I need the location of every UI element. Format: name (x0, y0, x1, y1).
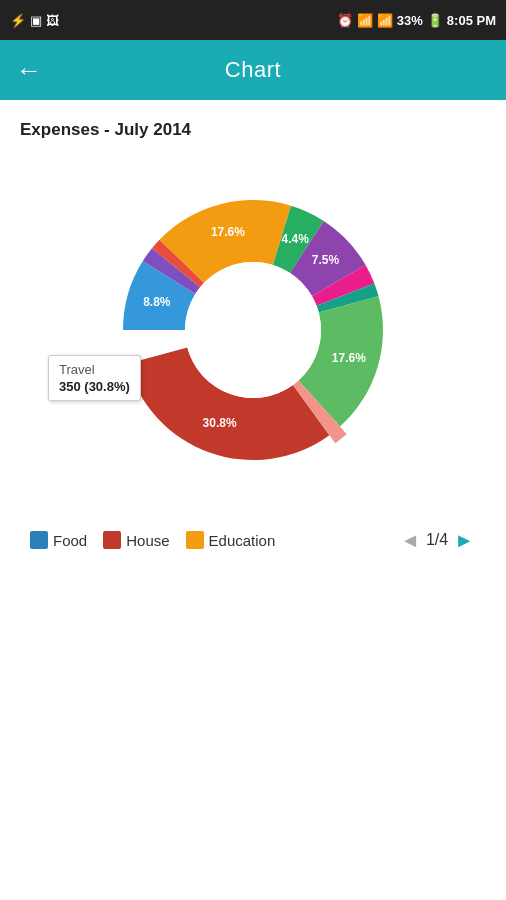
legend-item-label: Education (209, 532, 276, 549)
page-indicator: 1/4 (426, 531, 448, 549)
battery-percent: 33% (397, 13, 423, 28)
svg-point-0 (185, 262, 321, 398)
svg-text:17.6%: 17.6% (332, 351, 366, 365)
svg-text:17.6%: 17.6% (211, 225, 245, 239)
legend-item: Food (30, 531, 87, 549)
app-bar-title: Chart (225, 57, 281, 83)
chart-title: Expenses - July 2014 (20, 120, 486, 140)
prev-page-button[interactable]: ◄ (398, 530, 422, 550)
legend-color-box (30, 531, 48, 549)
app-bar: ← Chart (0, 40, 506, 100)
svg-text:8.8%: 8.8% (143, 295, 171, 309)
image-icon: 🖼 (46, 13, 59, 28)
next-page-button[interactable]: ► (452, 530, 476, 550)
legend-color-box (103, 531, 121, 549)
donut-chart: 30.8%8.8%17.6%4.4%7.5%17.6% (83, 160, 423, 500)
sim-icon: ▣ (30, 13, 42, 28)
alarm-icon: ⏰ (337, 13, 353, 28)
wifi-icon: 📶 (357, 13, 373, 28)
legend-item-label: House (126, 532, 169, 549)
legend-color-box (186, 531, 204, 549)
legend-item: House (103, 531, 169, 549)
battery-icon: 🔋 (427, 13, 443, 28)
usb-icon: ⚡ (10, 13, 26, 28)
status-bar: ⚡ ▣ 🖼 ⏰ 📶 📶 33% 🔋 8:05 PM (0, 0, 506, 40)
status-icons: ⚡ ▣ 🖼 (10, 13, 59, 28)
legend: FoodHouseEducation ◄ 1/4 ► (20, 530, 486, 550)
main-content: Expenses - July 2014 30.8%8.8%17.6%4.4%7… (0, 100, 506, 560)
tooltip-value: 350 (30.8%) (59, 379, 130, 394)
signal-icon: 📶 (377, 13, 393, 28)
svg-text:4.4%: 4.4% (282, 232, 310, 246)
svg-text:30.8%: 30.8% (203, 416, 237, 430)
time: 8:05 PM (447, 13, 496, 28)
legend-item: Education (186, 531, 276, 549)
legend-item-label: Food (53, 532, 87, 549)
pagination: ◄ 1/4 ► (398, 530, 476, 550)
chart-container: 30.8%8.8%17.6%4.4%7.5%17.6% Travel 350 (… (20, 160, 486, 500)
tooltip-label: Travel (59, 362, 130, 377)
tooltip: Travel 350 (30.8%) (48, 355, 141, 401)
back-button[interactable]: ← (16, 57, 42, 83)
status-info: ⏰ 📶 📶 33% 🔋 8:05 PM (337, 13, 496, 28)
svg-text:7.5%: 7.5% (312, 253, 340, 267)
